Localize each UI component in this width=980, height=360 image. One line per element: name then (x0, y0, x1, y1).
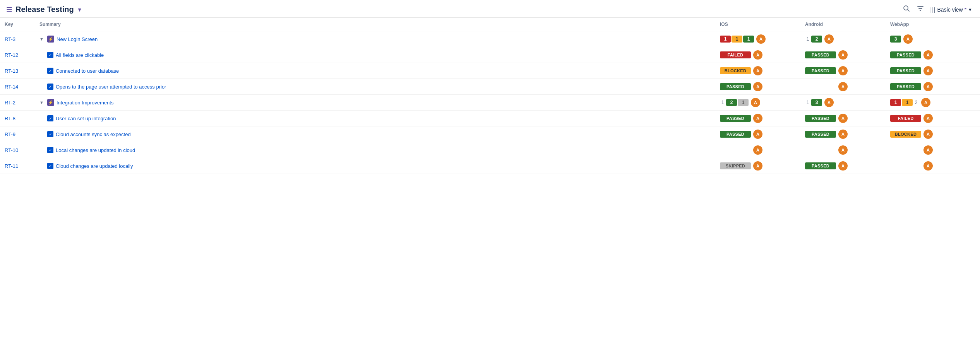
col-header-key: Key (0, 18, 35, 31)
summary-cell-rt3: ▼⚡New Login Screen (35, 31, 715, 47)
avatar-ios-rt3: A (756, 34, 766, 44)
summary-cell-rt10: ✓Local changes are updated in cloud (35, 142, 715, 158)
summary-text[interactable]: Cloud changes are updated locally (56, 163, 133, 169)
summary-cell-rt11: ✓Cloud changes are updated locally (35, 158, 715, 174)
key-link-rt12[interactable]: RT-12 (5, 52, 18, 58)
task-checkbox-icon: ✓ (47, 68, 53, 74)
avatar-ios-rt14: A (753, 82, 762, 91)
table-body: RT-3▼⚡New Login Screen111A12A3ART-12✓All… (0, 31, 980, 174)
platform-cell-android-rt11: PASSEDA (800, 158, 886, 174)
extra-col (971, 111, 980, 126)
task-checkbox-icon: ✓ (47, 131, 53, 137)
epic-icon: ⚡ (47, 99, 54, 106)
summary-text[interactable]: Connected to user database (56, 68, 119, 74)
page-header: ☰ Release Testing ▼ ||| Basic view * ▼ (0, 0, 980, 18)
platform-cell-ios-rt11: SKIPPEDA (715, 158, 800, 174)
avatar-webapp-rt11: A (923, 161, 933, 171)
key-cell-rt3: RT-3 (0, 31, 35, 47)
task-checkbox-icon: ✓ (47, 84, 53, 90)
platform-cell-ios-rt10: A (715, 142, 800, 158)
avatar-webapp-rt14: A (923, 82, 933, 91)
expand-chevron-icon[interactable]: ▼ (39, 100, 45, 105)
view-selector[interactable]: ||| Basic view * ▼ (930, 7, 972, 13)
key-cell-rt10: RT-10 (0, 142, 35, 158)
summary-text[interactable]: Integration Improvements (57, 100, 113, 106)
table-row: RT-14✓Opens to the page user attempted t… (0, 79, 980, 95)
table-row: RT-9✓Cloud accounts sync as expectedPASS… (0, 126, 980, 142)
epic-icon: ⚡ (47, 36, 54, 43)
summary-text[interactable]: Opens to the page user attempted to acce… (56, 84, 166, 90)
svg-line-1 (907, 10, 909, 12)
task-checkbox-icon: ✓ (47, 52, 53, 58)
summary-text[interactable]: Cloud accounts sync as expected (56, 131, 131, 137)
platform-cell-android-rt12: PASSEDA (800, 47, 886, 63)
key-link-rt8[interactable]: RT-8 (5, 116, 15, 121)
summary-cell-rt9: ✓Cloud accounts sync as expected (35, 126, 715, 142)
header-left: ☰ Release Testing ▼ (6, 5, 82, 14)
key-link-rt3[interactable]: RT-3 (5, 36, 15, 42)
col-header-ios: iOS (715, 18, 800, 31)
extra-col (971, 79, 980, 95)
avatar-android-rt8: A (838, 114, 848, 123)
main-table-container: Key Summary iOS Android WebApp RT-3▼⚡New… (0, 18, 980, 174)
key-link-rt10[interactable]: RT-10 (5, 147, 18, 153)
avatar-android-rt9: A (838, 130, 848, 139)
avatar-webapp-rt12: A (923, 50, 933, 60)
summary-cell-rt2: ▼⚡Integration Improvements (35, 95, 715, 111)
extra-col (971, 126, 980, 142)
summary-text[interactable]: All fields are clickable (56, 52, 104, 58)
table-header: Key Summary iOS Android WebApp (0, 18, 980, 31)
platform-cell-ios-rt8: PASSEDA (715, 111, 800, 126)
key-link-rt9[interactable]: RT-9 (5, 131, 15, 137)
platform-cell-webapp-rt14: PASSEDA (886, 79, 971, 95)
filter-icon[interactable] (917, 5, 924, 14)
col-header-webapp: WebApp (886, 18, 971, 31)
table-row: RT-12✓All fields are clickableFAILEDAPAS… (0, 47, 980, 63)
task-checkbox-icon: ✓ (47, 115, 53, 121)
title-chevron-icon[interactable]: ▼ (77, 7, 82, 13)
key-link-rt14[interactable]: RT-14 (5, 84, 18, 90)
avatar-ios-rt12: A (753, 50, 762, 60)
task-checkbox-icon: ✓ (47, 163, 53, 169)
table-row: RT-2▼⚡Integration Improvements121A13A112… (0, 95, 980, 111)
summary-text[interactable]: New Login Screen (57, 36, 98, 42)
table-row: RT-11✓Cloud changes are updated locallyS… (0, 158, 980, 174)
key-link-rt13[interactable]: RT-13 (5, 68, 18, 74)
platform-cell-webapp-rt13: PASSEDA (886, 63, 971, 79)
extra-col (971, 63, 980, 79)
platform-cell-android-rt2: 13A (800, 95, 886, 111)
key-link-rt11[interactable]: RT-11 (5, 163, 18, 169)
key-cell-rt14: RT-14 (0, 79, 35, 95)
avatar-ios-rt11: A (753, 161, 762, 171)
view-asterisk: * (965, 7, 966, 13)
platform-cell-ios-rt3: 111A (715, 31, 800, 47)
expand-chevron-icon[interactable]: ▼ (39, 37, 45, 41)
table-row: RT-10✓Local changes are updated in cloud… (0, 142, 980, 158)
avatar-webapp-rt3: A (903, 34, 913, 44)
col-header-android: Android (800, 18, 886, 31)
platform-cell-webapp-rt9: BLOCKEDA (886, 126, 971, 142)
avatar-android-rt13: A (838, 66, 848, 75)
board-icon: ☰ (6, 5, 12, 14)
avatar-webapp-rt9: A (923, 130, 933, 139)
summary-text[interactable]: Local changes are updated in cloud (56, 147, 135, 153)
key-link-rt2[interactable]: RT-2 (5, 100, 15, 106)
platform-cell-ios-rt12: FAILEDA (715, 47, 800, 63)
avatar-webapp-rt2: A (921, 98, 930, 107)
key-cell-rt9: RT-9 (0, 126, 35, 142)
task-checkbox-icon: ✓ (47, 147, 53, 153)
avatar-android-rt3: A (824, 34, 834, 44)
platform-cell-ios-rt14: PASSEDA (715, 79, 800, 95)
search-icon[interactable] (903, 5, 910, 14)
avatar-android-rt2: A (824, 98, 834, 107)
key-cell-rt2: RT-2 (0, 95, 35, 111)
summary-text[interactable]: User can set up integration (56, 116, 116, 121)
summary-cell-rt8: ✓User can set up integration (35, 111, 715, 126)
platform-cell-webapp-rt11: A (886, 158, 971, 174)
test-table: Key Summary iOS Android WebApp RT-3▼⚡New… (0, 18, 980, 174)
key-cell-rt12: RT-12 (0, 47, 35, 63)
summary-cell-rt14: ✓Opens to the page user attempted to acc… (35, 79, 715, 95)
col-header-summary: Summary (35, 18, 715, 31)
header-right: ||| Basic view * ▼ (903, 5, 972, 14)
platform-cell-android-rt9: PASSEDA (800, 126, 886, 142)
